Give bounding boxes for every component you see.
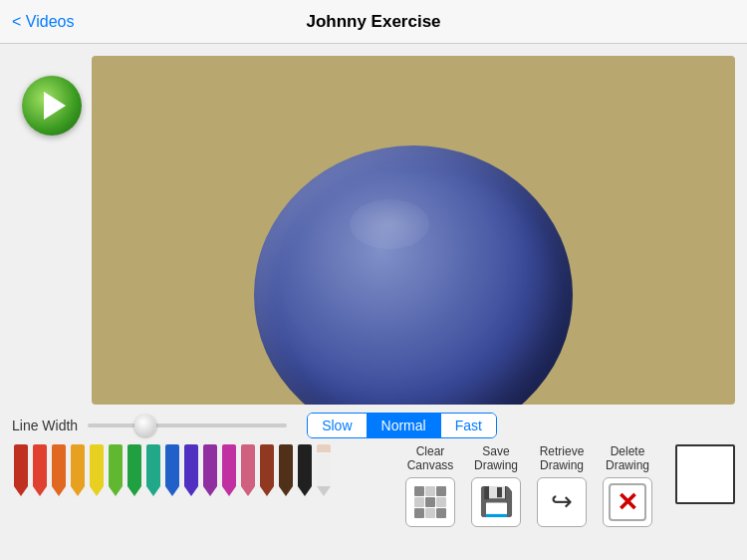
delete-drawing-label: DeleteDrawing: [606, 444, 649, 473]
speed-normal-button[interactable]: Normal: [368, 414, 441, 437]
colors-actions-row: ClearCanvass SaveDrawing 💾 RetrieveDrawi…: [12, 444, 735, 527]
clear-canvass-label: ClearCanvass: [407, 444, 454, 473]
pencil-color-5[interactable]: [107, 444, 124, 496]
toolbar: Line Width Slow Normal Fast: [0, 405, 747, 535]
pencil-color-7[interactable]: [144, 444, 162, 496]
pencil-color-0[interactable]: [12, 444, 30, 496]
action-buttons: ClearCanvass SaveDrawing 💾 RetrieveDrawi…: [400, 444, 657, 527]
line-width-label: Line Width: [12, 418, 78, 433]
retrieve-drawing-label: RetrieveDrawing: [540, 444, 585, 473]
save-drawing-icon: 💾: [471, 477, 521, 527]
pencil-color-14[interactable]: [277, 444, 295, 496]
speed-button-group: Slow Normal Fast: [307, 413, 497, 438]
back-button[interactable]: < Videos: [12, 13, 74, 31]
main-content: [0, 44, 747, 405]
save-drawing-label: SaveDrawing: [474, 444, 518, 473]
ball-visual: [254, 145, 573, 405]
pencil-color-10[interactable]: [201, 444, 219, 496]
page-title: Johnny Exercise: [306, 12, 440, 32]
pencil-color-8[interactable]: [163, 444, 181, 496]
pencil-color-1[interactable]: [31, 444, 49, 496]
line-width-slider[interactable]: [88, 423, 287, 427]
delete-drawing-button[interactable]: DeleteDrawing ✕: [598, 444, 657, 527]
clear-canvass-button[interactable]: ClearCanvass: [400, 444, 460, 527]
pencil-color-6[interactable]: [125, 444, 143, 496]
retrieve-drawing-icon: ↪: [537, 477, 587, 527]
pencil-color-13[interactable]: [258, 444, 276, 496]
play-icon: [44, 92, 66, 120]
play-button[interactable]: [22, 76, 82, 136]
pencil-color-2[interactable]: [50, 444, 68, 496]
speed-fast-button[interactable]: Fast: [441, 414, 496, 437]
video-canvas[interactable]: [92, 56, 735, 405]
ball-highlight: [350, 199, 429, 249]
delete-x-icon: ✕: [617, 489, 638, 515]
line-width-row: Line Width Slow Normal Fast: [12, 413, 735, 438]
pencil-color-11[interactable]: [220, 444, 238, 496]
delete-drawing-icon: ✕: [603, 477, 652, 527]
pencil-color-12[interactable]: [239, 444, 257, 496]
pencil-color-3[interactable]: [69, 444, 87, 496]
speed-slow-button[interactable]: Slow: [308, 414, 367, 437]
header: < Videos Johnny Exercise: [0, 0, 747, 44]
clear-canvass-icon: [405, 477, 455, 527]
retrieve-drawing-button[interactable]: RetrieveDrawing ↪: [532, 444, 592, 527]
save-drawing-button[interactable]: SaveDrawing 💾: [466, 444, 526, 527]
pencil-color-4[interactable]: [88, 444, 106, 496]
color-pencils: [12, 444, 392, 496]
pencil-color-15[interactable]: [296, 444, 314, 496]
delete-box: ✕: [609, 483, 646, 521]
pencil-color-16[interactable]: [315, 444, 333, 496]
drawing-preview-box: [675, 444, 735, 504]
pencil-color-9[interactable]: [182, 444, 200, 496]
left-panel: [12, 56, 92, 405]
